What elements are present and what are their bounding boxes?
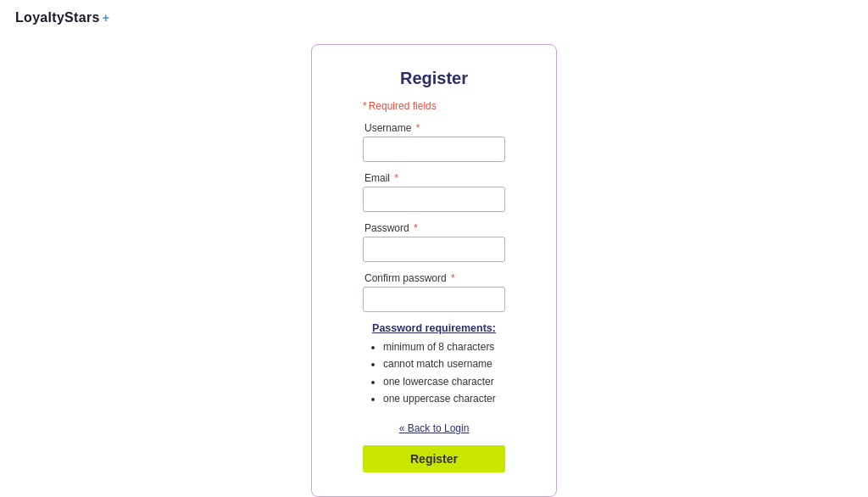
register-button[interactable]: Register (363, 445, 505, 472)
password-req-star: * (411, 222, 418, 234)
confirm-password-input[interactable] (363, 287, 505, 312)
confirm-password-label: Confirm password * (363, 272, 505, 284)
password-requirements-title: Password requirements: (363, 322, 505, 334)
logo-text: LoyaltyStars (15, 10, 100, 25)
required-star: * (363, 100, 367, 112)
username-req-star: * (413, 122, 420, 134)
username-label: Username * (363, 122, 505, 134)
password-label: Password * (363, 222, 505, 234)
email-field-group: Email * (363, 172, 505, 212)
email-input[interactable] (363, 187, 505, 212)
confirm-password-field-group: Confirm password * (363, 272, 505, 312)
header: LoyaltyStars+ (0, 0, 868, 36)
password-requirements: Password requirements: minimum of 8 char… (363, 322, 505, 408)
list-item: minimum of 8 characters (383, 338, 505, 355)
email-req-star: * (392, 172, 398, 184)
password-field-group: Password * (363, 222, 505, 262)
email-label: Email * (363, 172, 505, 184)
page-content: Register *Required fields Username * Ema… (0, 36, 868, 497)
required-note-text: Required fields (369, 100, 437, 112)
password-input[interactable] (363, 237, 505, 262)
required-note: *Required fields (363, 100, 505, 112)
register-card: Register *Required fields Username * Ema… (311, 44, 557, 497)
confirm-password-req-star: * (448, 272, 455, 284)
list-item: one lowercase character (383, 373, 505, 390)
username-field-group: Username * (363, 122, 505, 162)
logo-star: + (103, 11, 109, 25)
logo: LoyaltyStars+ (15, 10, 853, 25)
password-requirements-list: minimum of 8 characters cannot match use… (363, 338, 505, 408)
back-to-login-container: « Back to Login (363, 420, 505, 435)
list-item: cannot match username (383, 355, 505, 372)
page-title: Register (363, 69, 505, 88)
back-to-login-link[interactable]: « Back to Login (399, 422, 470, 434)
username-input[interactable] (363, 137, 505, 162)
list-item: one uppercase character (383, 390, 505, 407)
